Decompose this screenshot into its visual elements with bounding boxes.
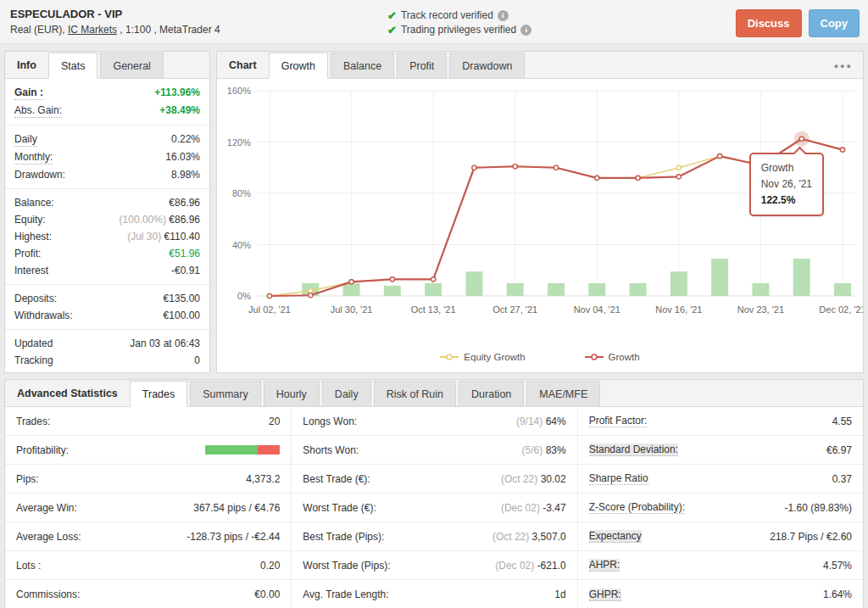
chart-tab-drawdown[interactable]: Drawdown (449, 53, 525, 78)
table-label: Expectancy (589, 530, 642, 543)
table-label: Best Trade (€): (303, 473, 370, 485)
advanced-statistics-title: Advanced Statistics (5, 380, 130, 406)
chart-legend: Equity GrowthGrowth (217, 349, 863, 372)
legend-label: Growth (609, 352, 640, 362)
stat-row-highest: Highest:(Jul 30) €110.40 (5, 228, 209, 245)
table-value: (Dec 02) -3.47 (501, 502, 566, 514)
table-cell-average-win: Average Win:367.54 pips / €4.76 (5, 494, 291, 522)
stat-value: 8.98% (171, 169, 200, 181)
svg-text:0%: 0% (237, 291, 251, 301)
table-cell-best-trade: Best Trade (€):(Oct 22) 30.02 (291, 465, 576, 494)
table-label: Longs Won: (303, 416, 357, 427)
stat-value-note: (100.00%) (120, 214, 170, 226)
stat-label: Highest: (14, 231, 52, 243)
table-value-note: (Oct 22) (501, 473, 541, 485)
legend-item-equity-growth[interactable]: Equity Growth (440, 352, 525, 362)
stats-tab-summary[interactable]: Summary (190, 381, 260, 406)
copy-button[interactable]: Copy (809, 9, 860, 37)
table-label: Profit Factor: (589, 415, 648, 427)
svg-text:Nov 16, '21: Nov 16, '21 (655, 304, 702, 315)
table-cell-shorts-won: Shorts Won:(5/6) 83% (291, 436, 576, 465)
table-cell-profit-factor: Profit Factor:4.55 (577, 407, 863, 436)
table-value: 1.64% (823, 588, 852, 600)
table-label: Avg. Trade Length: (303, 588, 388, 600)
table-cell-worst-trade: Worst Trade (€):(Dec 02) -3.47 (291, 494, 576, 522)
account-platform: , 1:100 , MetaTrader 4 (117, 24, 220, 36)
legend-item-growth[interactable]: Growth (585, 352, 640, 362)
svg-text:Jul 30, '21: Jul 30, '21 (331, 304, 373, 315)
stat-row-monthly: Monthly:16.03% (5, 148, 209, 166)
check-icon: ✔ (387, 8, 397, 23)
info-icon[interactable]: i (520, 25, 531, 36)
table-cell-z-score-probability: Z-Score (Probability):-1.60 (89.83%) (577, 494, 863, 522)
discuss-button[interactable]: Discuss (736, 9, 802, 37)
account-header: ESPECULADOR - VIP Real (EUR), IC Markets… (0, 0, 868, 44)
chart-panel: Chart GrowthBalanceProfitDrawdown ●●● 0%… (216, 51, 864, 373)
table-cell-pips: Pips:4,373.2 (5, 465, 291, 494)
account-title-block: ESPECULADOR - VIP Real (EUR), IC Markets… (10, 8, 387, 36)
table-label: Profitability: (16, 444, 69, 456)
stat-row-deposits: Deposits:€135.00 (5, 290, 209, 307)
table-value: €6.97 (826, 444, 852, 456)
growth-chart[interactable]: 0%40%80%120%160%Jul 02, '21Jul 30, '21Oc… (217, 79, 863, 349)
tooltip-date: Nov 26, '21 (761, 176, 812, 192)
chart-tab-balance[interactable]: Balance (331, 53, 394, 78)
verification-block: ✔ Track record verified i ✔ Trading priv… (387, 8, 736, 37)
profitability-loss-segment (258, 445, 280, 455)
stat-value: (Jul 30) €110.40 (127, 231, 200, 243)
table-cell-commissions: Commissions:€0.00 (5, 580, 291, 608)
table-cell-ghpr: GHPR:1.64% (577, 580, 863, 608)
chart-tab-profit[interactable]: Profit (397, 53, 447, 78)
table-label: GHPR: (589, 588, 621, 601)
info-tab-general[interactable]: General (100, 53, 163, 78)
table-value: 1d (554, 588, 565, 600)
chart-tab-growth[interactable]: Growth (269, 53, 328, 79)
profitability-win-segment (205, 445, 258, 455)
stat-value-note: (Jul 30) (127, 231, 164, 243)
stat-group: Daily0.22%Monthly:16.03%Drawdown:8.98% (5, 126, 209, 189)
stat-row-profit: Profit:€51.96 (5, 245, 209, 262)
table-value: (9/14) 64% (516, 416, 566, 427)
broker-link[interactable]: IC Markets (68, 24, 117, 36)
table-label: AHPR: (589, 559, 620, 572)
table-value-note: (Dec 02) (495, 560, 537, 572)
table-label: Standard Deviation: (589, 443, 678, 456)
account-type: Real (EUR), (10, 24, 68, 36)
stats-tab-duration[interactable]: Duration (459, 381, 524, 406)
chart-menu-icon[interactable]: ●●● (824, 52, 863, 78)
table-value: 218.7 Pips / €2.60 (770, 531, 852, 543)
info-icon[interactable]: i (498, 10, 509, 21)
table-value: 20 (269, 416, 280, 427)
stat-label: Drawdown: (14, 169, 65, 181)
stat-row-equity: Equity:(100.00%) €86.96 (5, 211, 209, 228)
stats-tab-hourly[interactable]: Hourly (264, 381, 320, 406)
info-tab-stats[interactable]: Stats (48, 53, 98, 79)
stat-value: €135.00 (164, 293, 200, 305)
table-label: Worst Trade (Pips): (303, 560, 390, 572)
table-value-note: (5/6) (522, 444, 546, 456)
stat-value: (100.00%) €86.96 (120, 214, 200, 226)
table-cell-profitability: Profitability: (5, 436, 291, 465)
stat-value: €86.96 (169, 197, 200, 209)
stats-tab-daily[interactable]: Daily (322, 381, 371, 406)
stats-tab-trades[interactable]: Trades (130, 381, 187, 407)
stats-tab-risk-of-ruin[interactable]: Risk of Ruin (374, 381, 456, 406)
table-value: 4,373.2 (246, 473, 280, 485)
stat-group: Gain :+113.96%Abs. Gain:+38.49% (5, 79, 209, 126)
stat-label: Profit: (14, 248, 41, 260)
stat-value: 16.03% (165, 151, 200, 164)
profitability-bar (205, 445, 280, 455)
check-icon: ✔ (387, 23, 397, 37)
table-value-note: (9/14) (516, 416, 546, 427)
table-label: Commissions: (16, 588, 80, 600)
advanced-statistics-tabs: TradesSummaryHourlyDailyRisk of RuinDura… (130, 380, 603, 406)
stat-value: 0.22% (171, 133, 200, 146)
table-cell-expectancy: Expectancy218.7 Pips / €2.60 (577, 522, 863, 551)
legend-label: Equity Growth (464, 352, 525, 362)
stat-row-balance: Balance:€86.96 (5, 194, 209, 211)
stat-label: Balance: (14, 197, 54, 209)
stat-label: Daily (14, 133, 37, 147)
stat-label: Interest (14, 265, 48, 277)
stats-tab-mae-mfe[interactable]: MAE/MFE (526, 381, 600, 406)
svg-text:Oct 13, '21: Oct 13, '21 (411, 304, 456, 315)
